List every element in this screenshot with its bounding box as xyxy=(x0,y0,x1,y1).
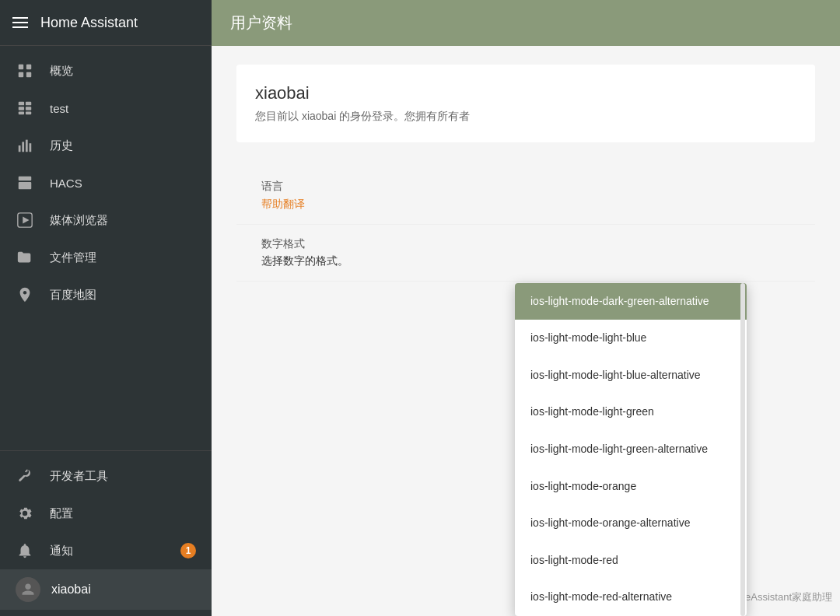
dropdown-item-6[interactable]: ios-light-mode-orange-alternative xyxy=(515,505,747,542)
svg-rect-7 xyxy=(26,107,31,110)
sidebar-item-config-label: 配置 xyxy=(50,506,73,521)
theme-dropdown[interactable]: ios-light-mode-dark-green-alternativeios… xyxy=(515,283,747,616)
svg-rect-12 xyxy=(26,140,28,152)
sidebar-item-hacs-label: HACS xyxy=(50,177,82,190)
sidebar-item-overview-label: 概览 xyxy=(50,64,73,79)
sidebar-item-map-label: 百度地图 xyxy=(50,288,96,303)
number-format-label: 数字格式 xyxy=(261,237,790,251)
dropdown-scrollbar xyxy=(740,283,745,616)
svg-rect-8 xyxy=(19,112,24,115)
sidebar-item-dev[interactable]: 开发者工具 xyxy=(0,457,212,495)
sidebar-item-map[interactable]: 百度地图 xyxy=(0,276,212,313)
pin-icon xyxy=(16,285,34,304)
svg-rect-2 xyxy=(19,72,23,77)
chart-icon xyxy=(16,136,34,155)
user-name-label: xiaobai xyxy=(51,583,91,597)
profile-username: xiaobai xyxy=(255,83,796,103)
dropdown-item-5[interactable]: ios-light-mode-orange xyxy=(515,468,747,506)
user-avatar xyxy=(16,577,40,602)
hacs-icon: HACS xyxy=(16,173,34,192)
main-content: 用户资料 xiaobai 您目前以 xiaobai 的身份登录。您拥有所有者 语… xyxy=(212,0,840,616)
sidebar-item-dev-label: 开发者工具 xyxy=(50,469,108,484)
sidebar-bottom: 开发者工具 配置 通知 1 xiaobai xyxy=(0,450,212,616)
svg-rect-11 xyxy=(22,142,24,152)
notification-badge: 1 xyxy=(180,543,196,558)
svg-text:HACS: HACS xyxy=(20,184,30,188)
sidebar-item-hacs[interactable]: HACS HACS xyxy=(0,164,212,201)
bell-icon xyxy=(16,541,34,560)
sidebar-item-history[interactable]: 历史 xyxy=(0,127,212,164)
sidebar-item-files[interactable]: 文件管理 xyxy=(0,239,212,276)
sidebar-header: Home Assistant xyxy=(0,0,212,46)
theme-dropdown-list: ios-light-mode-dark-green-alternativeios… xyxy=(515,283,747,616)
language-link[interactable]: 帮助翻译 xyxy=(261,198,305,210)
svg-rect-0 xyxy=(19,65,23,69)
svg-rect-3 xyxy=(26,72,31,77)
number-format-setting: 数字格式 选择数字的格式。 xyxy=(236,225,815,282)
number-format-value: 选择数字的格式。 xyxy=(261,254,790,268)
dropdown-item-8[interactable]: ios-light-mode-red-alternative xyxy=(515,579,747,616)
sidebar-item-media-label: 媒体浏览器 xyxy=(50,213,108,228)
dropdown-item-4[interactable]: ios-light-mode-light-green-alternative xyxy=(515,431,747,468)
sidebar-item-media[interactable]: 媒体浏览器 xyxy=(0,201,212,239)
sidebar-item-config[interactable]: 配置 xyxy=(0,495,212,532)
svg-rect-13 xyxy=(30,143,32,152)
svg-rect-5 xyxy=(26,102,31,106)
sidebar-nav: 概览 test 历史 HACS HACS 媒体浏览 xyxy=(0,46,212,450)
page-header: 用户资料 xyxy=(212,0,840,46)
settings-section: 语言 帮助翻译 数字格式 选择数字的格式。 时间格式 选择时间的格式。 主题 了… xyxy=(236,155,815,283)
svg-rect-4 xyxy=(19,102,24,106)
svg-rect-1 xyxy=(26,65,31,69)
svg-rect-14 xyxy=(19,177,32,181)
page-title: 用户资料 xyxy=(230,12,292,33)
sidebar-item-history-label: 历史 xyxy=(50,138,73,153)
profile-section: xiaobai 您目前以 xiaobai 的身份登录。您拥有所有者 xyxy=(236,65,815,142)
sidebar-item-files-label: 文件管理 xyxy=(50,250,96,265)
dropdown-item-3[interactable]: ios-light-mode-light-green xyxy=(515,394,747,431)
svg-rect-10 xyxy=(19,145,21,152)
dropdown-item-0[interactable]: ios-light-mode-dark-green-alternative xyxy=(515,283,747,320)
grid-icon xyxy=(16,61,34,80)
app-title: Home Assistant xyxy=(40,15,138,31)
profile-description: 您目前以 xiaobai 的身份登录。您拥有所有者 xyxy=(255,110,504,124)
grid2-icon xyxy=(16,99,34,117)
sidebar-user-item[interactable]: xiaobai xyxy=(0,569,212,610)
sidebar-item-test-label: test xyxy=(50,102,68,115)
hamburger-icon[interactable] xyxy=(12,17,28,28)
svg-rect-9 xyxy=(26,112,31,115)
sidebar: Home Assistant 概览 test 历史 HACS xyxy=(0,0,212,616)
dropdown-item-2[interactable]: ios-light-mode-light-blue-alternative xyxy=(515,357,747,394)
wrench-icon xyxy=(16,467,34,485)
sidebar-item-overview[interactable]: 概览 xyxy=(0,52,212,89)
sidebar-notifications-label: 通知 xyxy=(50,544,73,558)
play-icon xyxy=(16,211,34,229)
content-area: xiaobai 您目前以 xiaobai 的身份登录。您拥有所有者 语言 帮助翻… xyxy=(212,46,840,283)
svg-rect-6 xyxy=(19,107,24,110)
language-label: 语言 xyxy=(261,180,790,194)
language-setting: 语言 帮助翻译 xyxy=(236,167,815,225)
dropdown-item-7[interactable]: ios-light-mode-red xyxy=(515,542,747,579)
dropdown-item-1[interactable]: ios-light-mode-light-blue xyxy=(515,320,747,357)
folder-icon xyxy=(16,248,34,267)
sidebar-item-test[interactable]: test xyxy=(0,89,212,127)
svg-marker-18 xyxy=(23,216,29,223)
gear-icon xyxy=(16,504,34,523)
sidebar-item-notifications[interactable]: 通知 1 xyxy=(0,532,212,569)
